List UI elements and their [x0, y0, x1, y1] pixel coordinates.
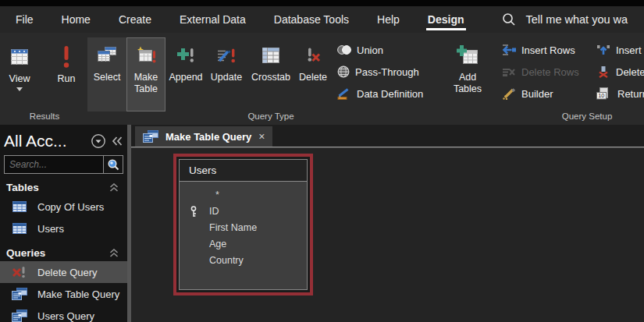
query-type-group-label: Query Type	[247, 111, 294, 121]
nav-item-make-table-query[interactable]: Make Table Query	[0, 283, 127, 305]
tab-file[interactable]: File	[14, 6, 35, 33]
run-label: Run	[58, 73, 76, 85]
insert-rows-button[interactable]: Insert Rows	[502, 39, 589, 61]
add-tables-icon	[457, 39, 479, 72]
close-icon[interactable]: ×	[258, 131, 265, 142]
select-label: Select	[94, 72, 121, 83]
append-query-button[interactable]: Append	[165, 37, 206, 83]
return-button[interactable]: 10 Return	[596, 83, 644, 104]
collapse-chevrons-icon[interactable]	[109, 249, 119, 257]
insert-columns-label: Insert	[616, 44, 642, 56]
tab-external-data[interactable]: External Data	[178, 6, 247, 33]
queries-group-label: Queries	[6, 247, 109, 259]
table-icon	[12, 201, 27, 212]
delete-query-type-icon	[304, 39, 322, 72]
run-button[interactable]: Run	[52, 39, 81, 85]
view-dropdown-caret-icon[interactable]	[16, 87, 23, 91]
field-row-id[interactable]: ID	[180, 203, 307, 220]
data-definition-button[interactable]: Data Definition	[337, 83, 436, 104]
query-setup-group-label: Query Setup	[562, 111, 613, 121]
nav-group-queries[interactable]: Queries	[0, 244, 127, 261]
query-icon	[143, 130, 158, 143]
query-type-small-column: Union Pass-Through Data Definition	[337, 37, 436, 104]
nav-menu-dropdown-icon[interactable]	[91, 133, 106, 149]
tab-database-tools[interactable]: Database Tools	[272, 6, 350, 33]
crosstab-query-button[interactable]: Crosstab	[247, 37, 295, 83]
builder-button[interactable]: Builder	[502, 83, 589, 104]
tab-home[interactable]: Home	[60, 6, 92, 33]
nav-group-tables[interactable]: Tables	[0, 179, 127, 196]
nav-item-delete-query[interactable]: Delete Query	[0, 261, 127, 283]
union-button[interactable]: Union	[337, 39, 436, 61]
ribbon: View Run Select	[0, 33, 644, 125]
view-button[interactable]: View	[0, 39, 39, 91]
insert-columns-button[interactable]: Insert	[596, 39, 644, 61]
query-setup-rows-column: Insert Rows Delete Rows Builder	[502, 37, 589, 104]
field-row-age[interactable]: Age	[180, 236, 307, 253]
document-tab-title: Make Table Query	[165, 131, 251, 143]
field-row-asterisk[interactable]: *	[180, 187, 307, 203]
active-tab-underline	[426, 28, 466, 30]
select-query-icon	[98, 39, 116, 72]
tell-me-search[interactable]: Tell me what you wa	[502, 6, 628, 33]
nav-item-users-query[interactable]: Users Query	[0, 305, 127, 322]
nav-item-copy-of-users[interactable]: Copy Of Users	[0, 196, 127, 218]
collapse-chevrons-icon[interactable]	[109, 183, 119, 192]
insert-rows-icon	[502, 44, 516, 55]
field-row-country[interactable]: Country	[180, 253, 307, 269]
navigation-pane: All Acc... Tables Copy Of Users Users	[0, 125, 127, 322]
field-list-table-name[interactable]: Users	[180, 160, 307, 182]
primary-key-icon	[190, 206, 197, 218]
nav-pane-title[interactable]: All Acc...	[4, 132, 85, 150]
nav-search-input[interactable]	[5, 156, 103, 173]
make-table-query-button[interactable]: Make Table	[126, 37, 165, 111]
shutter-bar-close-icon[interactable]	[112, 136, 123, 146]
add-tables-button[interactable]: Add Tables	[445, 37, 490, 95]
nav-item-label: Copy Of Users	[37, 201, 104, 213]
delete-label: Delete	[299, 72, 327, 83]
delete-columns-button[interactable]: Delete	[596, 61, 644, 83]
field-row-first-name[interactable]: First Name	[180, 220, 307, 236]
select-query-button[interactable]: Select	[87, 37, 126, 111]
union-label: Union	[357, 44, 383, 56]
delete-rows-icon	[502, 66, 516, 77]
ribbon-group-results: View Run	[0, 37, 81, 111]
nav-search-button[interactable]	[103, 156, 123, 173]
update-query-button[interactable]: Update	[206, 37, 247, 83]
tab-create[interactable]: Create	[117, 6, 153, 33]
update-icon	[217, 39, 236, 72]
ribbon-tab-bar: File Home Create External Data Database …	[0, 6, 644, 33]
pass-through-button[interactable]: Pass-Through	[337, 61, 436, 83]
return-icon: 10	[596, 87, 612, 100]
union-icon	[337, 44, 351, 55]
query-icon	[12, 310, 27, 322]
nav-item-label: Delete Query	[37, 267, 98, 278]
field-label: Age	[209, 239, 226, 249]
insert-rows-label: Insert Rows	[521, 44, 575, 56]
query-setup-columns-column: Insert Delete 10 Return	[596, 37, 644, 104]
builder-icon	[502, 87, 516, 100]
ribbon-group-query-type: Select Make Table Append U	[81, 37, 439, 111]
document-tab-make-table-query[interactable]: Make Table Query ×	[135, 126, 272, 147]
data-definition-label: Data Definition	[357, 88, 423, 100]
search-magnifier-icon	[107, 158, 119, 171]
pass-through-label: Pass-Through	[355, 66, 419, 78]
delete-query-button[interactable]: Delete	[295, 37, 331, 83]
make-table-icon	[136, 39, 156, 72]
crosstab-label: Crosstab	[251, 72, 290, 83]
users-field-list[interactable]: Users * ID First Name Age C	[179, 159, 308, 290]
tab-help[interactable]: Help	[375, 6, 401, 33]
delete-rows-button: Delete Rows	[502, 61, 589, 83]
update-label: Update	[211, 72, 242, 83]
data-definition-icon	[337, 87, 351, 100]
insert-columns-icon	[596, 44, 610, 56]
search-icon	[502, 12, 516, 27]
nav-search-box	[4, 155, 123, 174]
field-label: Country	[209, 255, 244, 266]
nav-item-label: Users Query	[37, 310, 94, 322]
field-label: First Name	[209, 222, 257, 233]
run-icon	[61, 41, 72, 73]
tab-design[interactable]: Design	[426, 6, 466, 33]
nav-item-users[interactable]: Users	[0, 218, 127, 239]
append-label: Append	[169, 72, 202, 83]
